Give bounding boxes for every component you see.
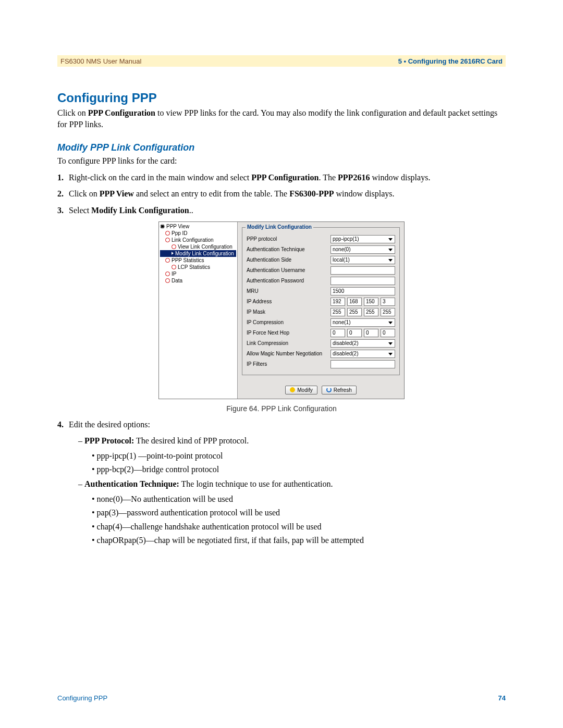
options-list: – PPP Protocol: The desired kind of PPP …	[78, 435, 506, 546]
select-ppp-protocol[interactable]: ppp-ipcp(1)	[331, 235, 395, 243]
tree-lcp-stats[interactable]: LCP Statistics	[160, 264, 236, 270]
fieldset-legend: Modify Link Configuration	[246, 224, 313, 230]
subsection-intro: To configure PPP links for the card:	[57, 155, 506, 167]
select-auth-side[interactable]: local(1)	[331, 256, 395, 264]
ip-addr-oct2[interactable]: 168	[347, 298, 362, 306]
refresh-icon	[326, 387, 332, 392]
ip-next-oct4[interactable]: 0	[381, 329, 395, 337]
modify-icon	[290, 387, 295, 392]
tree-ip[interactable]: IP	[160, 270, 236, 277]
nav-tree: PPP View Ppp ID Link Configuration View …	[159, 222, 238, 399]
figure-64: PPP View Ppp ID Link Configuration View …	[57, 221, 506, 399]
tree-ppp-view[interactable]: PPP View	[160, 223, 236, 230]
arrow-icon	[172, 252, 174, 255]
tree-ppp-id[interactable]: Ppp ID	[160, 230, 236, 237]
label-auth-password: Authentication Password	[247, 278, 327, 283]
config-form: Modify Link Configuration PPP protocolpp…	[238, 222, 404, 399]
node-icon	[165, 278, 170, 283]
subsection-title: Modify PPP Link Configuration	[57, 142, 506, 153]
input-auth-password[interactable]	[331, 277, 395, 285]
node-icon	[172, 265, 176, 269]
label-ppp-protocol: PPP protocol	[247, 236, 327, 242]
label-ip-compression: IP Compression	[247, 319, 327, 325]
page: FS6300 NMS User Manual 5 • Configuring t…	[0, 0, 563, 728]
ip-address-group: 192 168 150 3	[331, 298, 395, 306]
label-auth-username: Authentication Username	[247, 267, 327, 273]
footer-page-number: 74	[498, 694, 506, 702]
node-icon	[165, 238, 170, 242]
ip-addr-oct3[interactable]: 150	[364, 298, 378, 306]
ip-mask-oct1[interactable]: 255	[331, 308, 345, 316]
opt-ppp-b2: • ppp-bcp(2)—bridge control protocol	[92, 464, 506, 475]
steps-list: 1.Right-click on the card in the main wi…	[57, 172, 506, 216]
tree-view-link[interactable]: View Link Configuration	[160, 243, 236, 250]
node-icon	[165, 272, 170, 276]
figure-caption: Figure 64. PPP Link Configuration	[57, 404, 506, 413]
node-icon	[172, 244, 176, 249]
input-auth-username[interactable]	[331, 266, 395, 275]
ip-next-oct3[interactable]: 0	[364, 329, 378, 337]
footer-left: Configuring PPP	[57, 694, 107, 702]
step-2: 2.Click on PPP View and select an entry …	[69, 188, 506, 200]
label-ip-next-hop: IP Force Next Hop	[247, 330, 327, 336]
running-footer: Configuring PPP 74	[57, 694, 506, 702]
label-ip-mask: IP Mask	[247, 309, 327, 315]
label-auth-side: Authentication Side	[247, 257, 327, 263]
ip-next-oct2[interactable]: 0	[347, 329, 362, 337]
opt-auth-b2: • pap(3)—password authentication protoco…	[92, 507, 506, 519]
select-link-compression[interactable]: disabled(2)	[331, 339, 395, 348]
node-icon	[165, 231, 170, 236]
screenshot-panel: PPP View Ppp ID Link Configuration View …	[158, 221, 405, 399]
select-auth-technique[interactable]: none(0)	[331, 245, 395, 254]
tree-link-config[interactable]: Link Configuration	[160, 237, 236, 243]
label-magic-negotiation: Allow Magic Number Negotiation	[247, 351, 327, 356]
button-row: Modify Refresh	[242, 386, 400, 394]
input-mru[interactable]: 1500	[331, 287, 395, 295]
radio-icon	[160, 224, 165, 229]
select-magic-negotiation[interactable]: disabled(2)	[331, 350, 395, 358]
opt-auth-b3: • chap(4)—challenge handshake authentica…	[92, 521, 506, 533]
ip-mask-oct4[interactable]: 255	[381, 308, 395, 316]
ip-next-oct1[interactable]: 0	[331, 329, 345, 337]
ip-mask-group: 255 255 255 255	[331, 308, 395, 316]
step-3: 3.Select Modify Link Configuration..	[69, 205, 506, 216]
node-icon	[165, 258, 170, 263]
select-ip-compression[interactable]: none(1)	[331, 318, 395, 327]
modify-button[interactable]: Modify	[285, 386, 317, 394]
steps-list-cont: 4.Edit the desired options:	[57, 419, 506, 430]
running-header: FS6300 NMS User Manual 5 • Configuring t…	[57, 55, 506, 67]
tree-data[interactable]: Data	[160, 277, 236, 284]
ip-next-group: 0 0 0 0	[331, 329, 395, 337]
opt-auth-b1: • none(0)—No authentication will be used	[92, 493, 506, 505]
ip-mask-oct3[interactable]: 255	[364, 308, 378, 316]
section-title: Configuring PPP	[57, 91, 506, 105]
step-1: 1.Right-click on the card in the main wi…	[69, 172, 506, 183]
header-left: FS6300 NMS User Manual	[60, 57, 141, 65]
label-mru: MRU	[247, 288, 327, 294]
tree-ppp-stats[interactable]: PPP Statistics	[160, 257, 236, 264]
ip-addr-oct4[interactable]: 3	[381, 298, 395, 306]
intro-paragraph: Click on PPP Configuration to view PPP l…	[57, 107, 506, 130]
step-4: 4.Edit the desired options:	[69, 419, 506, 430]
label-auth-technique: Authentication Technique	[247, 246, 327, 252]
label-ip-address: IP Address	[247, 299, 327, 304]
opt-ppp-protocol: – PPP Protocol: The desired kind of PPP …	[78, 435, 506, 447]
ip-mask-oct2[interactable]: 255	[347, 308, 362, 316]
opt-auth-b4: • chapORpap(5)—chap will be negotiated f…	[92, 535, 506, 546]
fieldset: Modify Link Configuration PPP protocolpp…	[242, 227, 400, 375]
ip-addr-oct1[interactable]: 192	[331, 298, 345, 306]
label-link-compression: Link Compression	[247, 340, 327, 346]
input-ip-filters[interactable]	[331, 360, 395, 368]
label-ip-filters: IP Filters	[247, 361, 327, 367]
header-right: 5 • Configuring the 2616RC Card	[398, 57, 503, 65]
tree-modify-link-selected[interactable]: Modify Link Configuration	[160, 250, 236, 257]
opt-ppp-b1: • ppp-ipcp(1) —point-to-point protocol	[92, 450, 506, 462]
refresh-button[interactable]: Refresh	[322, 386, 357, 394]
opt-auth-technique: – Authentication Technique: The login te…	[78, 478, 506, 490]
